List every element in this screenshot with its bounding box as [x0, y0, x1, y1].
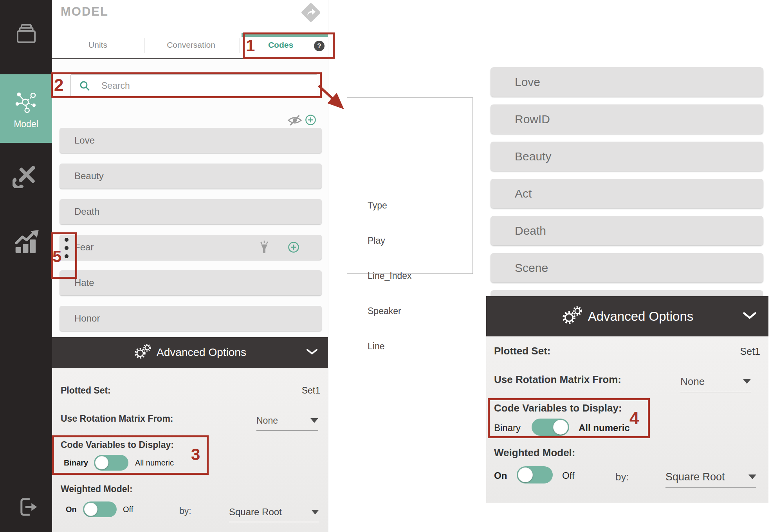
plotted-set-value: Set1: [235, 385, 320, 396]
gears-icon: [134, 344, 152, 361]
code-variables-toggle[interactable]: [94, 455, 128, 471]
caret-down-icon: [743, 379, 751, 384]
bar-chart-icon: [13, 229, 40, 258]
caret-down-icon: [311, 510, 319, 514]
sidebar-item-model[interactable]: Model: [0, 74, 52, 143]
highlight-flashlight-icon[interactable]: [257, 239, 271, 257]
tab-codes[interactable]: Codes: [251, 40, 310, 50]
weighted-model-label: Weighted Model:: [494, 447, 575, 459]
weighted-model-label: Weighted Model:: [61, 484, 133, 494]
search-icon: [79, 80, 90, 92]
drawer-icon: [14, 22, 38, 48]
code-item-love-lg[interactable]: Love: [490, 67, 763, 97]
advanced-options-header[interactable]: Advanced Options: [52, 337, 328, 368]
chevron-down-icon[interactable]: [743, 312, 757, 321]
all-numeric-label: All numeric: [579, 422, 630, 433]
dropdown-item-line-index[interactable]: Line_Index: [368, 271, 412, 281]
sidebar-item-projects[interactable]: [0, 14, 52, 57]
caret-down-icon: [310, 418, 318, 423]
binary-label: Binary: [494, 422, 521, 433]
code-item-beauty-lg[interactable]: Beauty: [490, 142, 763, 171]
plotted-set-label: Plotted Set:: [494, 345, 550, 357]
on-label: On: [494, 470, 507, 481]
add-to-plot-icon[interactable]: [288, 241, 299, 255]
advanced-options-header-right[interactable]: Advanced Options: [486, 296, 768, 336]
caret-down-icon: [748, 474, 756, 479]
advanced-options-title: Advanced Options: [588, 309, 694, 324]
hide-all-eye-off-icon[interactable]: [287, 114, 303, 128]
chevron-down-icon[interactable]: [306, 349, 318, 356]
code-item-death-lg[interactable]: Death: [490, 216, 763, 245]
code-item-scene-lg[interactable]: Scene: [490, 253, 763, 282]
dropdown-item-line[interactable]: Line: [368, 341, 384, 352]
advanced-options-title: Advanced Options: [157, 346, 246, 359]
weight-method-select[interactable]: Square Root: [229, 502, 319, 522]
tab-units[interactable]: Units: [76, 40, 119, 50]
all-numeric-label: All numeric: [135, 458, 174, 467]
plotted-set-value: Set1: [665, 346, 760, 357]
annotation-arrow: [313, 80, 352, 117]
toggle-knob: [95, 456, 108, 469]
search-box: [70, 74, 317, 97]
rotation-matrix-select[interactable]: None: [256, 411, 318, 431]
page-title: MODEL: [61, 5, 108, 19]
weighted-model-toggle[interactable]: [517, 466, 553, 483]
active-tab-indicator: [242, 33, 328, 37]
network-model-icon: [13, 88, 40, 117]
code-item-love[interactable]: Love: [60, 128, 322, 153]
rotation-matrix-select[interactable]: None: [680, 371, 751, 392]
kebab-menu-icon[interactable]: [63, 238, 70, 258]
rotation-matrix-label: Use Rotation Matrix From:: [61, 413, 173, 424]
share-button[interactable]: [301, 2, 321, 23]
toggle-knob: [84, 503, 97, 516]
off-label: Off: [562, 470, 575, 481]
exit-icon: [14, 495, 38, 521]
app-canvas: Model: [0, 0, 770, 532]
sidebar-item-logout[interactable]: [0, 487, 52, 528]
by-label: by:: [615, 471, 629, 483]
weighted-model-toggle[interactable]: [83, 501, 117, 517]
tab-separator: [144, 38, 144, 53]
code-item-beauty[interactable]: Beauty: [60, 164, 322, 189]
code-variables-toggle[interactable]: [532, 419, 569, 436]
tab-separator: [240, 38, 240, 53]
by-label: by:: [179, 506, 191, 516]
toggle-knob: [553, 420, 568, 435]
code-item-rowid-lg[interactable]: RowID: [490, 104, 763, 134]
dropdown-item-speaker[interactable]: Speaker: [368, 306, 401, 316]
variable-dropdown-menu: Type Play Line_Index Speaker Line: [347, 97, 473, 274]
search-input[interactable]: [101, 80, 306, 92]
code-item-act-lg[interactable]: Act: [490, 179, 763, 208]
rotation-matrix-label: Use Rotation Matrix From:: [494, 374, 621, 386]
code-item-partial: [490, 290, 763, 297]
help-icon[interactable]: ?: [314, 41, 325, 51]
code-item-death[interactable]: Death: [60, 199, 322, 224]
dropdown-item-play[interactable]: Play: [368, 235, 385, 246]
sidebar-item-tools[interactable]: [0, 155, 52, 196]
weight-method-select[interactable]: Square Root: [665, 466, 756, 488]
on-label: On: [66, 505, 77, 514]
off-label: Off: [123, 505, 133, 514]
share-arrow-icon: [305, 7, 317, 18]
tabs-underline: [52, 58, 328, 59]
code-item-fear[interactable]: Fear: [60, 235, 322, 260]
gears-icon: [561, 306, 583, 327]
tools-icon: [13, 161, 40, 190]
code-item-hate[interactable]: Hate: [60, 270, 322, 295]
sidebar-model-label: Model: [14, 119, 38, 129]
toggle-knob: [518, 467, 533, 482]
dropdown-item-type[interactable]: Type: [368, 200, 387, 211]
code-variables-label: Code Variables to Display:: [494, 402, 622, 414]
code-variables-label: Code Variables to Display:: [61, 440, 174, 450]
binary-label: Binary: [64, 458, 88, 467]
code-item-honor[interactable]: Honor: [60, 306, 322, 331]
sidebar: Model: [0, 0, 52, 532]
sidebar-item-stats[interactable]: [0, 223, 52, 264]
tab-conversation[interactable]: Conversation: [152, 40, 230, 50]
plotted-set-label: Plotted Set:: [61, 385, 111, 396]
